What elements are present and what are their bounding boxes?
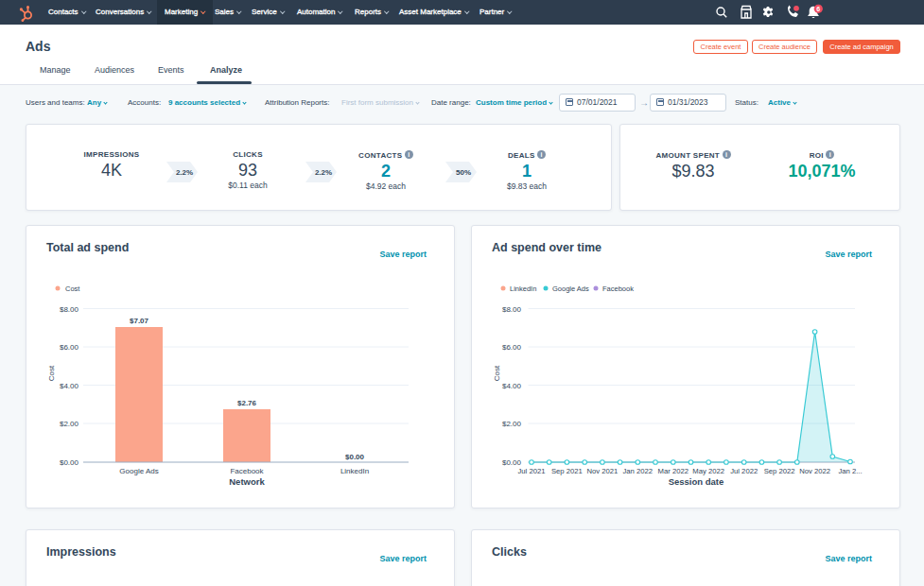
svg-text:Nov 2022: Nov 2022	[799, 467, 830, 475]
svg-text:$4.00: $4.00	[502, 382, 522, 390]
svg-text:Jan 2022: Jan 2022	[622, 467, 653, 475]
svg-text:$8.00: $8.00	[502, 305, 522, 314]
svg-text:Cost: Cost	[493, 365, 501, 381]
svg-text:Network: Network	[229, 476, 265, 487]
svg-text:Jul 2021: Jul 2021	[517, 467, 545, 475]
svg-text:$2.76: $2.76	[237, 399, 257, 407]
svg-text:6: 6	[816, 6, 820, 12]
svg-text:$2.00: $2.00	[502, 420, 522, 428]
svg-text:$6.00: $6.00	[60, 343, 79, 352]
svg-text:$6.00: $6.00	[502, 343, 522, 352]
svg-text:Mar 2022: Mar 2022	[658, 467, 689, 475]
svg-text:Session date: Session date	[669, 476, 724, 487]
svg-text:$2.00: $2.00	[60, 420, 79, 428]
svg-text:Facebook: Facebook	[230, 467, 264, 475]
svg-text:Jul 2022: Jul 2022	[730, 467, 758, 475]
svg-text:Facebook: Facebook	[602, 284, 634, 293]
svg-text:LinkedIn: LinkedIn	[340, 467, 369, 475]
svg-text:LinkedIn: LinkedIn	[510, 284, 536, 293]
svg-text:Cost: Cost	[47, 365, 56, 381]
svg-text:Google Ads: Google Ads	[552, 284, 589, 293]
svg-text:Jan 2...: Jan 2...	[838, 467, 862, 475]
svg-text:Google Ads: Google Ads	[119, 467, 158, 475]
svg-text:$4.00: $4.00	[60, 382, 79, 390]
svg-text:Cost: Cost	[65, 284, 80, 293]
svg-text:$8.00: $8.00	[60, 305, 79, 314]
svg-text:Sep 2021: Sep 2021	[551, 467, 583, 475]
svg-text:Sep 2022: Sep 2022	[764, 467, 795, 475]
svg-text:$7.07: $7.07	[130, 317, 149, 325]
svg-text:$0.00: $0.00	[345, 453, 365, 461]
svg-text:$0.00: $0.00	[60, 458, 79, 467]
svg-text:May 2022: May 2022	[692, 467, 724, 475]
svg-text:Nov 2021: Nov 2021	[586, 467, 618, 475]
